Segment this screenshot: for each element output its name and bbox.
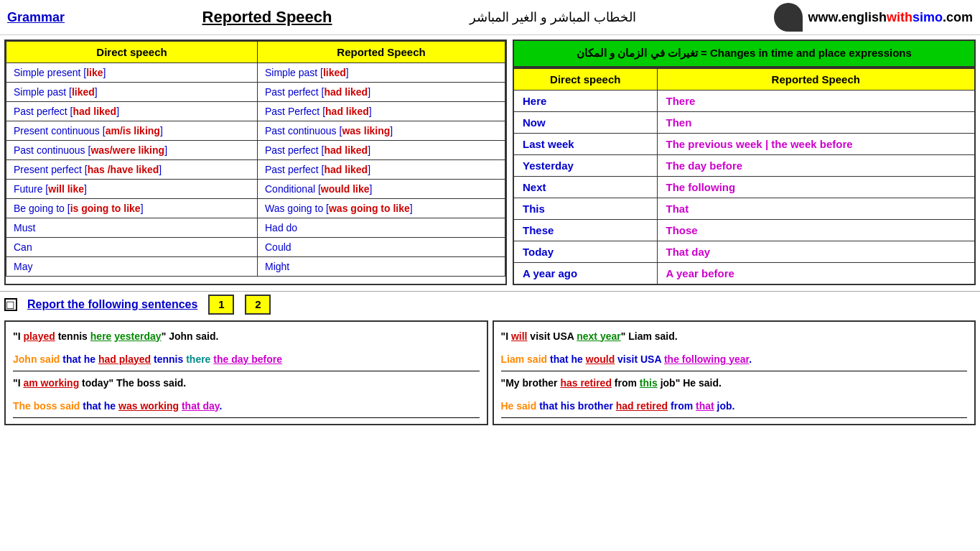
page2-button[interactable]: 2: [245, 295, 271, 315]
sentence-1: "I played tennis here yesterday" John sa…: [13, 326, 480, 348]
table-row: Now Then: [513, 111, 975, 133]
grammar-table: Direct speech Reported Speech Simple pre…: [6, 41, 505, 277]
table-row: Simple present [like] Simple past [liked…: [6, 63, 505, 83]
grammar-section: Direct speech Reported Speech Simple pre…: [4, 40, 507, 285]
reported-cell: Past perfect [had liked]: [258, 141, 505, 160]
table-row: Here There: [513, 90, 975, 111]
direct-cell: Must: [6, 218, 258, 238]
report-checkbox[interactable]: ☐: [4, 298, 17, 311]
direct-time: Yesterday: [513, 154, 657, 176]
direct-time: Now: [513, 111, 657, 133]
direct-cell: Can: [6, 238, 258, 257]
reported-time: That day: [657, 241, 975, 262]
reported-cell: Conditional [would like]: [258, 180, 505, 199]
direct-time: Today: [513, 241, 657, 262]
direct-time: A year ago: [513, 262, 657, 284]
sentence-5: "I will visit USA next year" Liam said.: [501, 326, 968, 348]
grammar-label: Grammar: [7, 10, 65, 25]
sentence-8: He said that his brother had retired fro…: [501, 396, 968, 418]
logo-area: www.englishwithsimo.com: [774, 3, 973, 32]
table-row: Simple past [liked] Past perfect [had li…: [6, 83, 505, 102]
sentence-7: "My brother has retired from this job" H…: [501, 373, 968, 394]
direct-time: Here: [513, 90, 657, 111]
table-row: These Those: [513, 219, 975, 241]
reported-time: A year before: [657, 262, 975, 284]
header: Grammar Reported Speech الخطاب المباشر و…: [0, 0, 980, 35]
table-row: Future [will like] Conditional [would li…: [6, 180, 505, 199]
direct-cell: Present perfect [has /have liked]: [6, 160, 258, 180]
reported-time: The day before: [657, 154, 975, 176]
sentence-6: Liam said that he would visit USA the fo…: [501, 349, 968, 371]
time-table: Direct speech Reported Speech Here There…: [513, 68, 976, 285]
time-col2-header: Reported Speech: [657, 68, 975, 91]
reported-cell: Might: [258, 257, 505, 277]
reported-time: The following: [657, 176, 975, 198]
direct-time: These: [513, 219, 657, 241]
sentence-box-right: "I will visit USA next year" Liam said. …: [493, 320, 976, 425]
direct-cell: May: [6, 257, 258, 277]
direct-time: Last week: [513, 133, 657, 154]
reported-time: There: [657, 90, 975, 111]
direct-cell: Simple past [liked]: [6, 83, 258, 102]
table-row: This That: [513, 198, 975, 219]
table-row: Yesterday The day before: [513, 154, 975, 176]
report-label: Report the following sentences: [27, 298, 197, 311]
report-section: ☐ Report the following sentences 1 2: [0, 291, 980, 318]
table-row: Next The following: [513, 176, 975, 198]
reported-cell: Past perfect [had liked]: [258, 160, 505, 180]
table-row: Be going to [is going to like] Was going…: [6, 199, 505, 218]
table-row: Present continuous [am/is liking] Past c…: [6, 121, 505, 141]
sentence-3: "I am working today" The boss said.: [13, 373, 480, 394]
sentence-4: The boss said that he was working that d…: [13, 396, 480, 418]
changes-heading: Changes in time and place expressions = …: [513, 40, 976, 68]
reported-cell: Simple past [liked]: [258, 63, 505, 83]
logo-icon: [774, 3, 803, 32]
table-row: Last week The previous week | the week b…: [513, 133, 975, 154]
page-title: Reported Speech: [202, 8, 332, 27]
direct-cell: Be going to [is going to like]: [6, 199, 258, 218]
direct-cell: Past continuous [was/were liking]: [6, 141, 258, 160]
table-row: Must Had do: [6, 218, 505, 238]
main-content: Direct speech Reported Speech Simple pre…: [0, 35, 980, 288]
direct-time: Next: [513, 176, 657, 198]
direct-cell: Future [will like]: [6, 180, 258, 199]
direct-time: This: [513, 198, 657, 219]
direct-cell: Present continuous [am/is liking]: [6, 121, 258, 141]
reported-time: That: [657, 198, 975, 219]
sentence-2: John said that he had played tennis ther…: [13, 349, 480, 371]
sentence-box-left: "I played tennis here yesterday" John sa…: [4, 320, 488, 425]
reported-cell: Was going to [was going to like]: [258, 199, 505, 218]
time-col1-header: Direct speech: [513, 68, 657, 91]
time-place-section: Changes in time and place expressions = …: [513, 40, 976, 285]
reported-cell: Had do: [258, 218, 505, 238]
arabic-title: الخطاب المباشر و الغير المباشر: [470, 9, 636, 25]
table-row: May Might: [6, 257, 505, 277]
reported-time: Then: [657, 111, 975, 133]
table-row: Past perfect [had liked] Past Perfect [h…: [6, 102, 505, 121]
page1-button[interactable]: 1: [208, 295, 234, 315]
table-row: Present perfect [has /have liked] Past p…: [6, 160, 505, 180]
reported-cell: Could: [258, 238, 505, 257]
reported-cell: Past perfect [had liked]: [258, 83, 505, 102]
reported-time: Those: [657, 219, 975, 241]
grammar-col2-header: Reported Speech: [258, 42, 505, 63]
table-row: Past continuous [was/were liking] Past p…: [6, 141, 505, 160]
reported-time: The previous week | the week before: [657, 133, 975, 154]
reported-cell: Past continuous [was liking]: [258, 121, 505, 141]
website-label: www.englishwithsimo.com: [808, 10, 973, 25]
table-row: Can Could: [6, 238, 505, 257]
sentences-section: "I played tennis here yesterday" John sa…: [0, 318, 980, 430]
direct-cell: Simple present [like]: [6, 63, 258, 83]
reported-cell: Past Perfect [had liked]: [258, 102, 505, 121]
table-row: A year ago A year before: [513, 262, 975, 284]
table-row: Today That day: [513, 241, 975, 262]
grammar-col1-header: Direct speech: [6, 42, 258, 63]
direct-cell: Past perfect [had liked]: [6, 102, 258, 121]
